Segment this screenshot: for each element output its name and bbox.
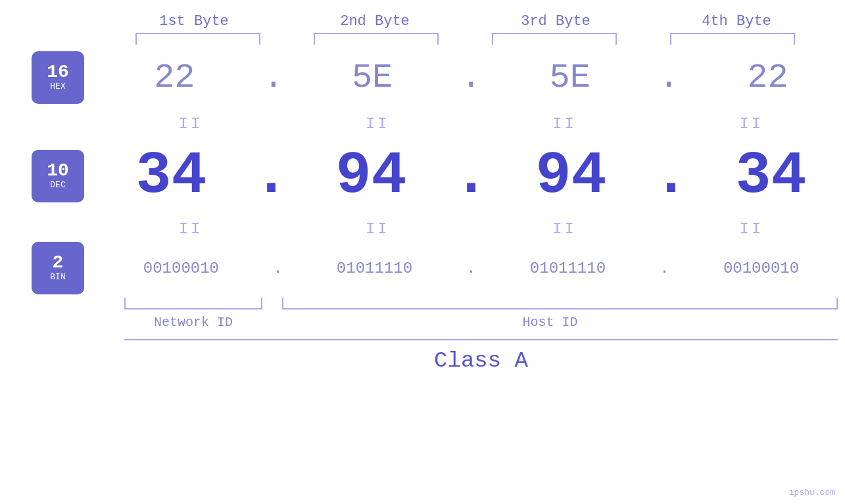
hex-val-4: 22 <box>747 58 788 97</box>
hex-row: 16 HEX 22 . 5E . 5E . 22 <box>0 45 845 110</box>
bin-byte4: 00100010 <box>686 260 837 277</box>
dec-badge: 10 DEC <box>32 150 84 202</box>
hex-badge-label: HEX <box>50 81 65 92</box>
equals-row-1: II II II II <box>0 110 845 137</box>
dec-val-2: 94 <box>335 143 406 210</box>
bin-dot-2: . <box>466 260 475 277</box>
class-label: Class A <box>124 348 838 373</box>
id-labels-row: Network ID Host ID <box>124 315 838 330</box>
bin-val-3: 01011110 <box>530 260 606 277</box>
equals-2-3: II <box>499 220 631 238</box>
equals-2-1: II <box>125 220 256 238</box>
dec-row: 10 DEC 34 . 94 . 94 . 34 <box>0 137 845 216</box>
hex-badge-number: 16 <box>47 63 69 81</box>
hex-val-2: 5E <box>352 58 393 97</box>
byte4-header: 4th Byte <box>671 13 802 30</box>
dec-badge-label: DEC <box>50 180 65 191</box>
equals-1-3: II <box>499 115 631 133</box>
hex-byte3: 5E <box>504 58 636 97</box>
top-brackets <box>109 33 822 45</box>
main-container: 1st Byte 2nd Byte 3rd Byte 4th Byte 16 H… <box>0 0 845 504</box>
hex-byte4: 22 <box>702 58 834 97</box>
network-id-label: Network ID <box>124 315 262 330</box>
hex-val-3: 5E <box>550 58 591 97</box>
equals-2-2: II <box>312 220 443 238</box>
dec-byte2: 94 <box>305 143 437 210</box>
bin-byte3: 01011110 <box>492 260 643 277</box>
dec-val-1: 34 <box>135 143 206 210</box>
hex-dot-2: . <box>461 58 481 97</box>
byte3-header: 3rd Byte <box>490 13 621 30</box>
bin-values-area: 00100010 . 01011110 . 01011110 . 0010001… <box>97 260 845 277</box>
bottom-brackets-row <box>124 298 838 309</box>
equals-2-4: II <box>686 220 817 238</box>
byte2-header: 2nd Byte <box>309 13 441 30</box>
bracket-network <box>124 298 262 309</box>
bracket-top-4 <box>670 33 795 45</box>
bin-val-4: 00100010 <box>723 260 799 277</box>
bin-badge-number: 2 <box>53 254 64 272</box>
dec-val-3: 94 <box>535 143 606 210</box>
bin-val-2: 01011110 <box>337 260 412 277</box>
dec-byte4: 34 <box>705 143 836 210</box>
byte1-header: 1st Byte <box>128 13 260 30</box>
byte-headers: 1st Byte 2nd Byte 3rd Byte 4th Byte <box>104 13 827 30</box>
dec-byte3: 94 <box>505 143 637 210</box>
hex-dot-3: . <box>659 58 679 97</box>
dec-byte1: 34 <box>105 143 237 210</box>
host-id-label: Host ID <box>262 315 838 330</box>
watermark: ipshu.com <box>789 488 835 497</box>
dec-dot-2: . <box>453 143 489 210</box>
hex-badge: 16 HEX <box>32 51 84 104</box>
bin-badge-label: BIN <box>50 272 65 283</box>
bracket-top-3 <box>492 33 617 45</box>
dec-badge-number: 10 <box>47 162 69 180</box>
dec-values-area: 34 . 94 . 94 . 34 <box>97 143 845 210</box>
dec-dot-1: . <box>253 143 289 210</box>
bin-byte1: 00100010 <box>105 260 256 277</box>
equals-values-1: II II II II <box>97 115 845 133</box>
class-bracket-line <box>124 339 838 340</box>
bin-badge: 2 BIN <box>32 242 84 294</box>
class-bracket-container <box>124 339 838 340</box>
bin-byte2: 01011110 <box>299 260 450 277</box>
hex-byte2: 5E <box>306 58 438 97</box>
hex-dot-1: . <box>263 58 283 97</box>
equals-1-1: II <box>125 115 256 133</box>
hex-val-1: 22 <box>154 58 195 97</box>
bracket-top-1 <box>135 33 260 45</box>
bracket-top-2 <box>314 33 439 45</box>
bin-row: 2 BIN 00100010 . 01011110 . 01011110 . 0… <box>0 242 845 294</box>
bin-dot-3: . <box>660 260 669 277</box>
dec-val-4: 34 <box>735 143 806 210</box>
equals-1-4: II <box>686 115 817 133</box>
bin-val-1: 00100010 <box>143 260 219 277</box>
hex-values-area: 22 . 5E . 5E . 22 <box>97 58 845 97</box>
hex-byte1: 22 <box>109 58 240 97</box>
dec-dot-3: . <box>653 143 688 210</box>
bin-dot-1: . <box>273 260 282 277</box>
equals-row-2: II II II II <box>0 216 845 242</box>
equals-values-2: II II II II <box>97 220 845 238</box>
bracket-host <box>282 298 838 309</box>
equals-1-2: II <box>312 115 443 133</box>
